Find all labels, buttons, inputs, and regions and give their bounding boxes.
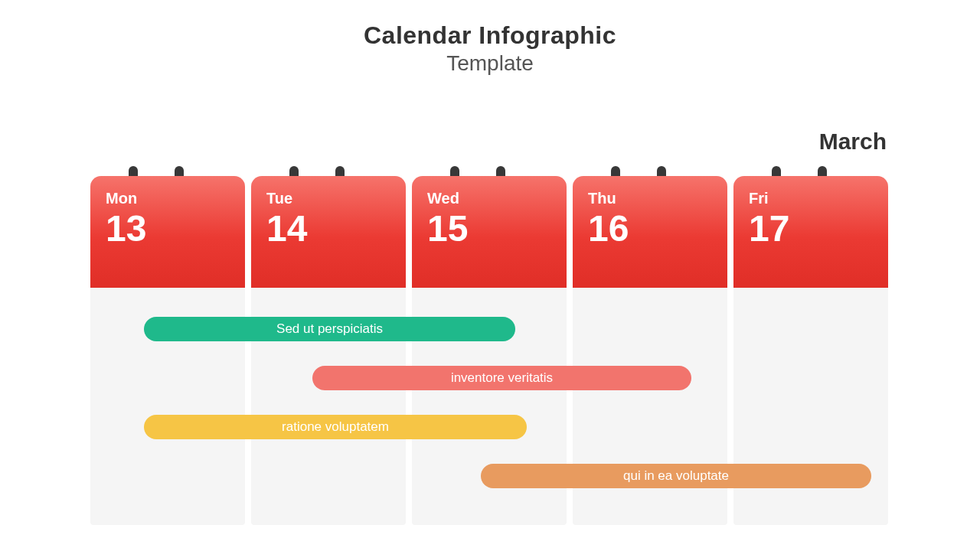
day-name: Tue — [266, 190, 390, 207]
day-column-tue: Tue 14 — [251, 176, 406, 525]
calendar-area: Mon 13 Tue 14 Wed 15 Thu 1 — [90, 164, 890, 525]
event-bar: qui in ea voluptate — [481, 464, 871, 488]
day-name: Wed — [427, 190, 551, 207]
day-number: 14 — [266, 210, 390, 247]
month-label: March — [819, 129, 887, 155]
day-number: 13 — [106, 210, 230, 247]
day-header: Wed 15 — [412, 176, 567, 288]
event-bar: ratione voluptatem — [144, 415, 527, 439]
day-number: 16 — [588, 210, 712, 247]
day-name: Thu — [588, 190, 712, 207]
day-number: 17 — [749, 210, 873, 247]
title-main: Calendar Infographic — [0, 21, 980, 50]
event-bar: inventore veritatis — [312, 366, 691, 390]
day-column-mon: Mon 13 — [90, 176, 245, 525]
title-sub: Template — [0, 51, 980, 76]
day-name: Fri — [749, 190, 873, 207]
day-header: Tue 14 — [251, 176, 406, 288]
day-header: Mon 13 — [90, 176, 245, 288]
day-header: Thu 16 — [573, 176, 727, 288]
day-header: Fri 17 — [733, 176, 888, 288]
day-name: Mon — [106, 190, 230, 207]
title-block: Calendar Infographic Template — [0, 21, 980, 76]
event-bar: Sed ut perspiciatis — [144, 317, 515, 341]
day-number: 15 — [427, 210, 551, 247]
